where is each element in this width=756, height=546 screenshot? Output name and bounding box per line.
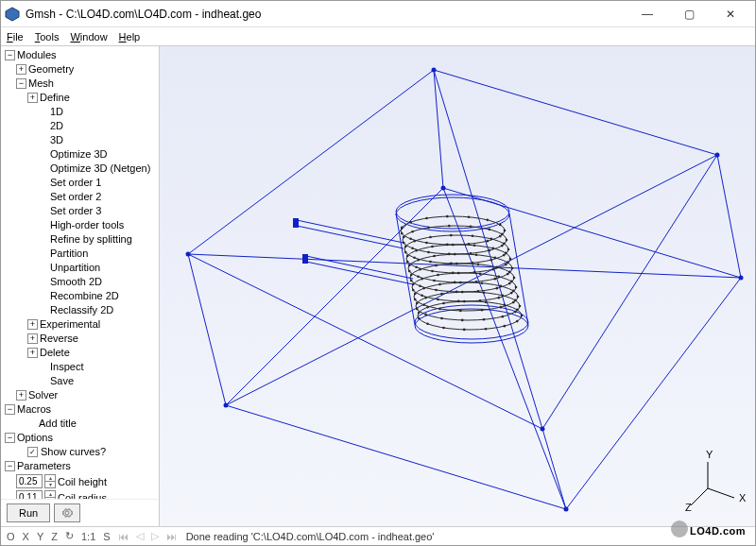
tree-high-order-tools[interactable]: High-order tools (3, 218, 159, 232)
collapse-icon[interactable]: − (16, 78, 26, 89)
tree-set-order-1[interactable]: Set order 1 (3, 176, 159, 190)
tree-set-order-3[interactable]: Set order 3 (3, 204, 159, 218)
tree-opt3d[interactable]: Optimize 3D (3, 147, 159, 162)
tree-show-curves[interactable]: ✓Show curves? (3, 445, 159, 459)
tree-macros[interactable]: −Macros (3, 402, 159, 417)
svg-point-166 (426, 323, 429, 326)
tree-options[interactable]: −Options (3, 431, 159, 445)
tree-parameters[interactable]: −Parameters (3, 459, 159, 473)
svg-point-49 (503, 254, 506, 257)
check-icon[interactable]: ✓ (27, 447, 38, 457)
status-o[interactable]: O (5, 531, 17, 542)
coil-radius-input[interactable] (16, 490, 43, 499)
svg-point-126 (510, 281, 513, 283)
svg-point-64 (509, 258, 512, 261)
tree-partition[interactable]: Partition (3, 247, 159, 261)
svg-point-48 (507, 248, 510, 251)
collapse-icon[interactable]: − (5, 433, 15, 443)
tree-2d[interactable]: 2D (3, 119, 159, 133)
tree-solver[interactable]: +Solver (3, 388, 159, 402)
tree-inspect[interactable]: Inspect (3, 360, 159, 374)
coil-height-input[interactable] (16, 474, 43, 488)
tree-geometry[interactable]: +Geometry (3, 62, 159, 77)
tree-mesh[interactable]: −Mesh (3, 77, 159, 91)
menu-help[interactable]: Help (119, 31, 141, 43)
svg-point-1 (186, 252, 191, 257)
status-ffwd-icon[interactable]: ⏭ (164, 531, 179, 542)
menu-file[interactable]: File (7, 31, 24, 43)
status-play-icon[interactable]: ▷ (149, 530, 161, 542)
status-prev-icon[interactable]: ◁ (134, 530, 146, 542)
svg-point-142 (512, 290, 515, 293)
spinner[interactable]: ▴▾ (44, 490, 56, 499)
spinner[interactable]: ▴▾ (44, 474, 56, 488)
menu-window[interactable]: Window (70, 31, 107, 43)
tree-set-order-2[interactable]: Set order 2 (3, 190, 159, 204)
tree-reclassify-2d[interactable]: Reclassify 2D (3, 303, 159, 317)
expand-icon[interactable]: + (27, 319, 38, 330)
svg-point-18 (487, 240, 490, 243)
collapse-icon[interactable]: − (5, 50, 15, 60)
status-s[interactable]: S (101, 531, 112, 542)
axis-y-label: Y (706, 449, 713, 460)
expand-icon[interactable]: + (27, 348, 38, 358)
run-button[interactable]: Run (7, 503, 50, 522)
tree-reverse[interactable]: +Reverse (3, 332, 159, 346)
svg-marker-0 (6, 8, 19, 21)
tree-smooth-2d[interactable]: Smooth 2D (3, 275, 159, 289)
svg-point-6 (564, 507, 569, 512)
tree-opt3d-netgen[interactable]: Optimize 3D (Netgen) (3, 162, 159, 176)
status-z[interactable]: Z (49, 531, 60, 542)
svg-point-98 (496, 287, 499, 290)
tree-3d[interactable]: 3D (3, 133, 159, 147)
expand-icon[interactable]: + (27, 333, 38, 344)
svg-point-107 (455, 263, 458, 265)
collapse-icon[interactable]: − (5, 461, 15, 471)
svg-point-170 (442, 302, 445, 305)
svg-point-121 (421, 278, 423, 281)
expand-icon[interactable]: + (27, 93, 38, 103)
status-y[interactable]: Y (35, 531, 45, 542)
svg-point-45 (489, 229, 491, 231)
status-zoom-11[interactable]: 1:1 (79, 531, 97, 542)
svg-point-140 (481, 282, 484, 284)
svg-point-37 (427, 251, 430, 254)
svg-point-171 (463, 300, 466, 303)
svg-point-138 (438, 283, 441, 286)
tree-modules[interactable]: −Modules (3, 48, 159, 62)
expand-icon[interactable]: + (16, 390, 26, 401)
collapse-icon[interactable]: − (5, 404, 15, 415)
minimize-button[interactable]: — (627, 2, 668, 26)
expand-icon[interactable]: + (16, 64, 26, 75)
viewport-3d[interactable]: X Y Z (160, 46, 755, 526)
svg-point-169 (426, 306, 429, 309)
svg-point-137 (422, 287, 425, 290)
tree-delete[interactable]: +Delete (3, 346, 159, 360)
svg-point-10 (396, 197, 509, 231)
menu-tools[interactable]: Tools (35, 31, 60, 43)
status-rotate-icon[interactable]: ↻ (63, 530, 76, 542)
svg-point-11 (415, 305, 528, 339)
tree-define[interactable]: +Define (3, 91, 159, 105)
tree-refine[interactable]: Refine by splitting (3, 232, 159, 247)
tree-recombine-2d[interactable]: Recombine 2D (3, 289, 159, 303)
svg-point-54 (413, 257, 416, 260)
gear-button[interactable] (54, 503, 80, 522)
svg-point-132 (459, 310, 462, 313)
tree-add-title[interactable]: Add title (3, 417, 159, 431)
status-x[interactable]: X (21, 531, 31, 542)
svg-point-164 (463, 329, 466, 332)
tree-1d[interactable]: 1D (3, 105, 159, 119)
svg-point-41 (411, 230, 414, 233)
svg-point-33 (501, 245, 504, 247)
sidebar-footer: Run (1, 499, 159, 526)
param-label: Coil height (58, 476, 107, 487)
close-button[interactable]: ✕ (710, 2, 751, 26)
tree-save[interactable]: Save (3, 374, 159, 388)
tree-unpartition[interactable]: Unpartition (3, 261, 159, 275)
maximize-button[interactable]: ▢ (668, 2, 710, 26)
svg-point-112 (515, 286, 518, 289)
tree-experimental[interactable]: +Experimental (3, 317, 159, 332)
svg-point-17 (499, 235, 502, 238)
status-rewind-icon[interactable]: ⏮ (116, 531, 130, 542)
